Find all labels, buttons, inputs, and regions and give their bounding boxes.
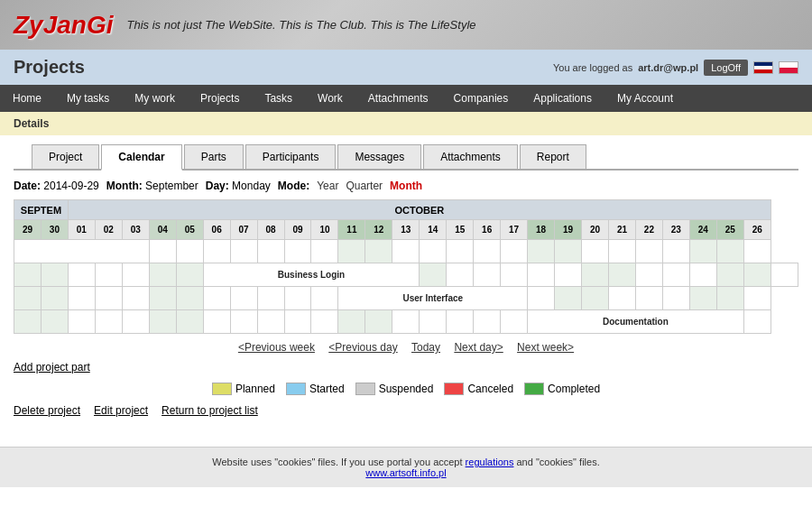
nav-tasks[interactable]: Tasks xyxy=(252,85,305,112)
tab-calendar[interactable]: Calendar xyxy=(101,144,181,171)
day-01: 01 xyxy=(68,220,95,240)
main-content: Project Calendar Parts Participants Mess… xyxy=(0,135,812,433)
day-23: 23 xyxy=(662,220,689,240)
tab-project[interactable]: Project xyxy=(32,144,99,169)
banner-tagline: This is not just The WebSite. This is Th… xyxy=(126,18,475,32)
nav-links: <Previous week <Previous day Today Next … xyxy=(14,341,798,354)
user-logged-text: You are logged as xyxy=(553,62,632,73)
legend-completed: Completed xyxy=(524,383,600,395)
return-to-list-link[interactable]: Return to project list xyxy=(161,404,258,417)
projects-bar: Projects You are logged as art.dr@wp.pl … xyxy=(0,50,812,85)
day-18: 18 xyxy=(528,220,555,240)
day-19: 19 xyxy=(555,220,582,240)
nav-companies[interactable]: Companies xyxy=(441,85,521,112)
gantt-row-3: User Interface xyxy=(14,287,798,310)
bar-business[interactable]: Business Login xyxy=(203,263,420,287)
gantt-row-2: Business Login xyxy=(14,263,798,287)
tab-parts[interactable]: Parts xyxy=(184,144,244,169)
calendar-grid: SEPTEM OCTOBER 29 30 01 02 03 04 05 06 0… xyxy=(14,199,798,334)
legend: Planned Started Suspended Canceled Compl… xyxy=(14,383,798,395)
legend-suspended-label: Suspended xyxy=(379,383,434,395)
legend-canceled-label: Canceled xyxy=(467,383,513,395)
prev-day-link[interactable]: <Previous day xyxy=(328,341,397,354)
banner: ZyJanGi This is not just The WebSite. Th… xyxy=(0,0,812,50)
day-02: 02 xyxy=(95,220,122,240)
nav-attachments[interactable]: Attachments xyxy=(355,85,441,112)
mode-month[interactable]: Month xyxy=(390,180,422,192)
day-05: 05 xyxy=(176,220,203,240)
details-bar: Details xyxy=(0,112,812,135)
day-24: 24 xyxy=(689,220,716,240)
nav-projects[interactable]: Projects xyxy=(188,85,252,112)
footer: Website uses "cookies" files. If you use… xyxy=(0,447,812,487)
tab-messages[interactable]: Messages xyxy=(337,144,421,169)
day-header-row: 29 30 01 02 03 04 05 06 07 08 09 10 11 1… xyxy=(14,220,798,240)
footer-text1: Website uses "cookies" files. If you use… xyxy=(212,457,465,467)
legend-canceled: Canceled xyxy=(444,383,513,395)
tab-attachments[interactable]: Attachments xyxy=(423,144,518,169)
bar-database[interactable]: Data Base xyxy=(14,240,150,263)
calendar-wrapper: SEPTEM OCTOBER 29 30 01 02 03 04 05 06 0… xyxy=(14,199,798,334)
day-15: 15 xyxy=(447,220,474,240)
nav-work[interactable]: Work xyxy=(305,85,355,112)
tabs-container: Project Calendar Parts Participants Mess… xyxy=(14,144,798,171)
flag-polish[interactable] xyxy=(779,61,798,74)
user-email: art.dr@wp.pl xyxy=(638,62,698,73)
day-29: 29 xyxy=(14,220,42,240)
next-day-link[interactable]: Next day> xyxy=(454,341,503,354)
prev-week-link[interactable]: <Previous week xyxy=(238,341,315,354)
day-04: 04 xyxy=(149,220,176,240)
cal-month: Month: September xyxy=(106,180,198,192)
calendar-info: Date: 2014-09-29 Month: September Day: M… xyxy=(14,180,798,192)
tab-report[interactable]: Report xyxy=(520,144,586,169)
bar-documentation[interactable]: Documentation xyxy=(528,310,744,334)
legend-planned-box xyxy=(212,383,232,395)
cal-date: Date: 2014-09-29 xyxy=(14,180,99,192)
legend-suspended: Suspended xyxy=(355,383,434,395)
delete-project-link[interactable]: Delete project xyxy=(14,404,80,417)
nav-home[interactable]: Home xyxy=(0,85,54,112)
day-16: 16 xyxy=(474,220,501,240)
flag-english[interactable] xyxy=(753,61,773,74)
day-12: 12 xyxy=(365,220,392,240)
day-25: 25 xyxy=(716,220,743,240)
legend-completed-box xyxy=(524,383,544,395)
month-sep: SEPTEM xyxy=(14,200,69,220)
month-header-row: SEPTEM OCTOBER xyxy=(14,200,798,220)
bar-ui[interactable]: User Interface xyxy=(338,287,528,310)
day-22: 22 xyxy=(635,220,662,240)
bottom-links: Delete project Edit project Return to pr… xyxy=(14,404,798,417)
nav-applications[interactable]: Applications xyxy=(521,85,604,112)
day-30: 30 xyxy=(41,220,68,240)
day-10: 10 xyxy=(311,220,338,240)
details-label: Details xyxy=(14,117,49,130)
day-03: 03 xyxy=(122,220,149,240)
mode-year[interactable]: Year xyxy=(317,180,338,192)
nav-mytasks[interactable]: My tasks xyxy=(54,85,122,112)
tab-participants[interactable]: Participants xyxy=(245,144,337,169)
day-20: 20 xyxy=(582,220,609,240)
day-13: 13 xyxy=(392,220,420,240)
month-oct: OCTOBER xyxy=(68,200,770,220)
day-06: 06 xyxy=(203,220,230,240)
gantt-row-1: Data Base xyxy=(14,240,798,263)
gantt-row-4: Documentation xyxy=(14,310,798,334)
edit-project-link[interactable]: Edit project xyxy=(94,404,148,417)
regulations-link[interactable]: regulations xyxy=(466,457,514,467)
legend-started-label: Started xyxy=(309,383,345,395)
day-17: 17 xyxy=(501,220,528,240)
add-project-part-link[interactable]: Add project part xyxy=(14,361,798,374)
legend-planned-label: Planned xyxy=(235,383,275,395)
next-week-link[interactable]: Next week> xyxy=(517,341,574,354)
day-09: 09 xyxy=(284,220,311,240)
nav-mywork[interactable]: My work xyxy=(122,85,188,112)
legend-planned: Planned xyxy=(212,383,275,395)
mode-quarter[interactable]: Quarter xyxy=(346,180,383,192)
logoff-button[interactable]: LogOff xyxy=(704,60,748,76)
footer-text-line1: Website uses "cookies" files. If you use… xyxy=(9,457,803,467)
day-26: 26 xyxy=(743,220,770,240)
site-link[interactable]: www.artsoft.info.pl xyxy=(365,467,446,478)
nav-myaccount[interactable]: My Account xyxy=(604,85,686,112)
today-link[interactable]: Today xyxy=(411,341,440,354)
user-info: You are logged as art.dr@wp.pl LogOff xyxy=(553,60,798,76)
